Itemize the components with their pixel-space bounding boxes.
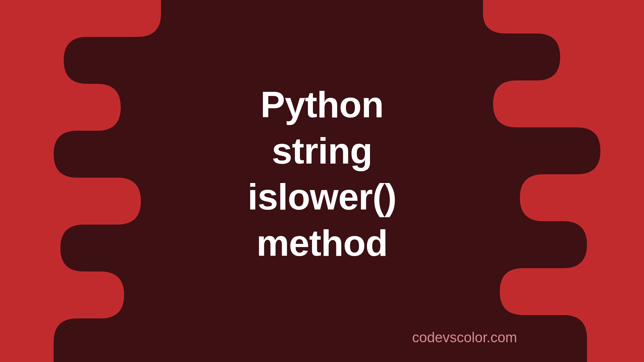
page-title: Python string islower() method <box>248 81 396 266</box>
watermark-text: codevscolor.com <box>412 329 517 346</box>
